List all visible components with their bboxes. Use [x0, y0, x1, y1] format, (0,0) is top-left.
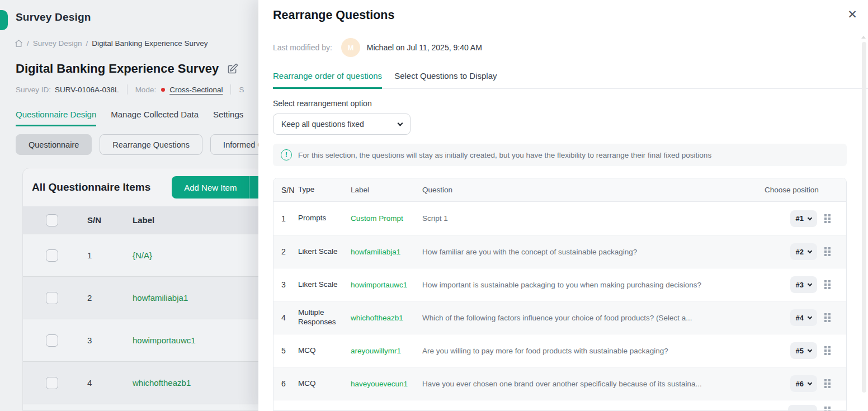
drag-handle-icon[interactable]	[824, 407, 831, 411]
tab-rearrange-order[interactable]: Rearrange order of questions	[273, 71, 382, 89]
select-all-checkbox[interactable]	[46, 214, 58, 226]
breadcrumb-item-survey-design[interactable]: Survey Design	[33, 39, 82, 48]
row-type: Prompts	[298, 214, 346, 223]
col-type: Type	[298, 185, 346, 195]
row-checkbox[interactable]	[46, 249, 58, 262]
row-type: Likert Scale	[298, 247, 346, 257]
drawer-tabs: Rearrange order of questions Select Ques…	[273, 71, 868, 89]
col-question: Question	[422, 186, 753, 194]
position-select[interactable]: #6	[790, 375, 817, 392]
row-sn: 5	[273, 346, 293, 355]
rearrangement-option-value: Keep all questions fixed	[281, 120, 364, 129]
row-question: Which of the following factors influence…	[422, 314, 790, 322]
position-value: #6	[796, 380, 804, 388]
last-modified-row: Last modified by: M Michael on Jul 11, 2…	[273, 38, 482, 57]
section-title: All Questionnaire Items	[32, 181, 150, 193]
position-value: #5	[796, 347, 804, 355]
chevron-down-icon	[808, 381, 812, 385]
position-select[interactable]	[788, 405, 817, 411]
drag-handle-icon[interactable]	[824, 346, 831, 355]
position-select[interactable]: #4	[790, 309, 817, 326]
position-value: #4	[796, 314, 804, 322]
row-question: How familiar are you with the concept of…	[422, 248, 790, 256]
row-checkbox[interactable]	[46, 377, 58, 389]
page-title: Digital Banking Experience Survey	[16, 62, 219, 76]
row-question: Are you willing to pay more for food pro…	[422, 347, 790, 355]
drag-handle-icon[interactable]	[824, 313, 831, 322]
row-sn: 3	[273, 280, 293, 289]
survey-meta: Survey ID: SURV-0106A-038L Mode: Cross-S…	[16, 84, 248, 95]
row-label[interactable]: howimportauwc1	[110, 336, 202, 345]
row-question: How important is sustainable packaging t…	[422, 281, 790, 289]
rearrangement-option-select[interactable]: Keep all questions fixed	[273, 114, 411, 135]
row-label: howimportauwc1	[351, 281, 417, 289]
row-label[interactable]: howfamiliabja1	[110, 293, 202, 303]
edit-icon[interactable]	[227, 63, 238, 75]
rearrange-row: 2 Likert Scale howfamiliabja1 How famili…	[273, 235, 846, 268]
rearrange-row: 1 Prompts Custom Prompt Script 1 #1	[273, 202, 846, 235]
chevron-down-icon	[808, 215, 812, 220]
col-sn: S/N	[58, 215, 110, 225]
last-modified-label: Last modified by:	[273, 43, 332, 52]
drag-handle-icon[interactable]	[824, 214, 831, 223]
divider	[127, 84, 128, 95]
col-label: Label	[351, 186, 417, 194]
tab-manage-collected-data[interactable]: Manage Collected Data	[111, 110, 199, 126]
rearrange-row: 6 MCQ haveyouevecun1 Have you ever chose…	[273, 367, 846, 400]
col-label: Label	[110, 215, 202, 225]
chevron-down-icon	[808, 348, 812, 352]
add-new-item-label[interactable]: Add New Item	[172, 176, 249, 199]
tab-questionnaire-design[interactable]: Questionnaire Design	[16, 110, 96, 126]
row-label: howfamiliabja1	[351, 248, 417, 256]
position-select[interactable]: #3	[790, 276, 817, 293]
tab-settings[interactable]: Settings	[213, 110, 243, 126]
scrollbar-arrow	[861, 36, 866, 39]
row-sn: 2	[58, 293, 110, 303]
row-question: Have you ever chosen one brand over anot…	[422, 380, 790, 388]
avatar: M	[341, 38, 360, 57]
scrollbar[interactable]	[862, 42, 866, 393]
tab-select-questions[interactable]: Select Questions to Display	[394, 71, 497, 88]
rearrange-row: 5 MCQ areyouwillymr1 Are you willing to …	[273, 334, 846, 367]
row-label[interactable]: whichoftheazb1	[110, 378, 202, 388]
close-icon[interactable]: ✕	[845, 7, 860, 22]
info-text: For this selection, the questions will s…	[298, 151, 711, 159]
drag-handle-icon[interactable]	[824, 280, 831, 289]
chevron-down-icon	[808, 315, 812, 319]
col-choose-position: Choose position	[753, 186, 837, 194]
row-sn: 3	[58, 336, 110, 345]
last-modified-value: Michael on Jul 11, 2025, 9:40 AM	[367, 43, 482, 52]
pill-rearrange-questions[interactable]: Rearrange Questions	[100, 134, 202, 155]
divider	[230, 84, 231, 95]
chevron-down-icon	[808, 282, 812, 286]
row-type: MCQ	[298, 379, 346, 389]
rearrange-row: 3 Likert Scale howimportauwc1 How import…	[273, 268, 846, 301]
position-select[interactable]: #5	[790, 342, 817, 359]
chevron-down-icon	[808, 249, 812, 253]
row-label[interactable]: {N/A}	[110, 251, 202, 260]
position-select[interactable]: #1	[790, 210, 817, 227]
row-checkbox[interactable]	[46, 334, 58, 347]
page-tabs: Questionnaire Design Manage Collected Da…	[16, 110, 243, 126]
home-icon[interactable]	[15, 39, 23, 48]
drag-handle-icon[interactable]	[824, 379, 831, 388]
row-label: haveyouevecun1	[351, 380, 417, 388]
drag-handle-icon[interactable]	[824, 247, 831, 256]
breadcrumb-separator: /	[86, 39, 88, 48]
breadcrumb-separator: /	[27, 39, 29, 48]
position-value: #3	[796, 281, 804, 289]
app-title: Survey Design	[16, 11, 91, 23]
chevron-down-icon	[398, 120, 403, 126]
row-label: Custom Prompt	[351, 214, 417, 223]
position-value: #1	[796, 214, 804, 223]
row-sn: 4	[273, 313, 293, 322]
row-sn: 4	[58, 378, 110, 388]
row-sn: 1	[273, 214, 293, 223]
row-checkbox[interactable]	[46, 292, 58, 304]
pill-questionnaire[interactable]: Questionnaire	[16, 134, 92, 155]
row-type: MCQ	[298, 346, 346, 356]
row-type: Likert Scale	[298, 280, 346, 290]
mode-value-link[interactable]: Cross-Sectional	[169, 86, 223, 94]
position-value: #2	[796, 248, 804, 256]
position-select[interactable]: #2	[790, 243, 817, 260]
